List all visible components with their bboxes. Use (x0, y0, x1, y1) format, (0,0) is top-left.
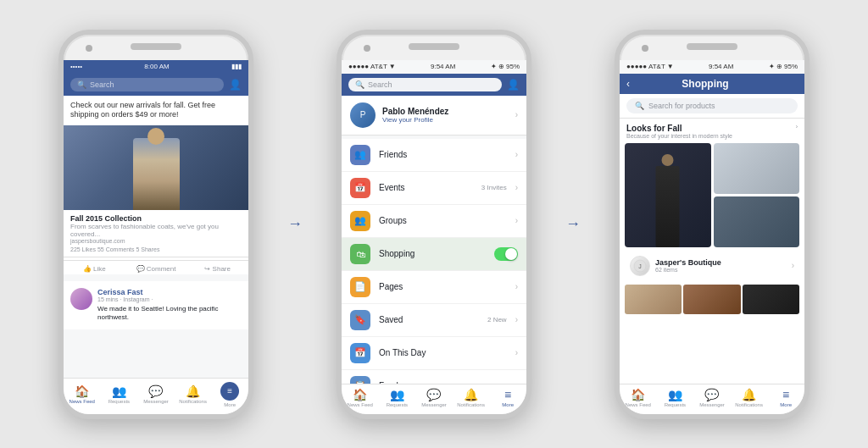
tab-messenger[interactable]: 💬 Messenger (415, 388, 453, 407)
menu-item-saved[interactable]: 🔖 Saved 2 New › (342, 304, 526, 337)
ad-image (64, 125, 248, 210)
ad-header-text: Check out our new arrivals for fall. Get… (64, 96, 248, 125)
status-icons: ✦ ⊕ 95% (769, 63, 798, 70)
chevron-icon: › (792, 261, 794, 270)
model-head (662, 154, 674, 166)
tab-more[interactable]: ≡ More (489, 388, 526, 407)
thumb-1[interactable] (625, 285, 682, 314)
product-main-image[interactable] (625, 143, 711, 247)
shop-search-bar[interactable]: 🔍 Search for products (626, 98, 798, 113)
tab-label: Messenger (421, 402, 447, 407)
friend-request-icon[interactable]: 👤 (507, 79, 520, 91)
tab-messenger[interactable]: 💬 Messenger (137, 384, 175, 404)
tab-notifications[interactable]: 🔔 Notifications (453, 388, 490, 407)
friend-request-icon[interactable]: 👤 (229, 79, 242, 91)
menu-item-shopping[interactable]: 🛍 Shopping (342, 238, 526, 271)
svg-text:J: J (638, 263, 642, 269)
see-more-link[interactable]: › (796, 124, 798, 130)
tab-requests-label: Requests (108, 399, 130, 404)
scene: ••••• 8:00 AM ▮▮▮ 🔍 Search 👤 Check out o… (58, 30, 810, 419)
carrier-info: ●●●●● AT&T ▼ (626, 63, 674, 70)
profile-subtitle: View your Profile (382, 116, 509, 124)
search-icon: 🔍 (355, 80, 364, 89)
thumb-3[interactable] (743, 285, 799, 314)
section-header: Looks for Fall Because of your interest … (625, 124, 799, 139)
back-button[interactable]: ‹ (626, 78, 630, 90)
tab-notifications[interactable]: 🔔 Notifications (731, 388, 768, 407)
product-top-right-image[interactable] (714, 143, 800, 194)
more-icon: ≡ (504, 388, 511, 401)
friends-label: Friends (379, 150, 507, 159)
shop-search-container: 🔍 Search for products (620, 94, 804, 119)
pages-icon: 📄 (350, 277, 370, 297)
saved-label: Saved (379, 315, 479, 324)
comment-button[interactable]: 💬 Comment (125, 263, 187, 274)
home-icon: 🏠 (353, 388, 367, 401)
search-icon: 🔍 (635, 102, 644, 110)
phone-2-search-bar[interactable]: 🔍 Search (348, 78, 502, 91)
tab-more-label: More (224, 402, 236, 407)
tab-messenger[interactable]: 💬 Messenger (693, 388, 731, 407)
ad-title: Fall 2015 Collection (70, 214, 242, 223)
phone-2-status-bar: ●●●●● AT&T ▼ 9:54 AM ✦ ⊕ 95% (342, 60, 526, 74)
ad-link[interactable]: jaspersboutique.com (70, 238, 242, 244)
battery-icon: ▮▮▮ (231, 63, 242, 70)
tab-more[interactable]: ≡ More (767, 388, 804, 407)
share-button[interactable]: ↪ Share (186, 263, 248, 274)
tab-newsfeed[interactable]: 🏠 News Feed (64, 384, 101, 404)
events-badge: 3 Invites (481, 184, 507, 191)
shopping-toggle[interactable] (494, 247, 518, 261)
time-display: 9:54 AM (431, 63, 455, 70)
saved-icon: 🔖 (350, 310, 370, 330)
phone-1-search-bar[interactable]: 🔍 Search (70, 78, 224, 91)
phone-1-feed: Check out our new arrivals for fall. Get… (64, 96, 248, 378)
post-author[interactable]: Cerissa Fast (97, 288, 242, 296)
phone-2-tab-bar: 🏠 News Feed 👥 Requests 💬 Messenger 🔔 Not… (342, 384, 526, 414)
search-icon: 🔍 (77, 80, 86, 89)
tab-newsfeed[interactable]: 🏠 News Feed (342, 388, 379, 407)
post-meta: 15 mins · Instagram · (97, 296, 242, 302)
tab-newsfeed[interactable]: 🏠 News Feed (620, 388, 657, 407)
profile-info: Pablo Menéndez View your Profile (382, 107, 509, 124)
tab-label: Notifications (735, 402, 763, 407)
arrow-1: → (287, 215, 303, 233)
chevron-icon: › (515, 183, 518, 192)
menu-item-feeds[interactable]: 📋 Feeds › (342, 370, 526, 384)
like-button[interactable]: 👍 Like (64, 263, 125, 274)
thumb-2[interactable] (683, 285, 740, 314)
phone-1-status-bar: ••••• 8:00 AM ▮▮▮ (64, 60, 248, 74)
requests-icon: 👥 (390, 388, 404, 401)
profile-row[interactable]: P Pablo Menéndez View your Profile › (342, 96, 526, 136)
section-title: Looks for Fall (626, 124, 732, 133)
menu-item-pages[interactable]: 📄 Pages › (342, 271, 526, 304)
onthisday-label: On This Day (379, 348, 507, 357)
post-info: Cerissa Fast 15 mins · Instagram · We ma… (97, 288, 242, 323)
phone-1-navbar: 🔍 Search 👤 (64, 74, 248, 96)
store-row[interactable]: J Jasper's Boutique 62 items › (625, 252, 799, 280)
notifications-icon: 🔔 (186, 384, 200, 398)
home-icon: 🏠 (75, 384, 89, 398)
tab-more[interactable]: ≡ More (211, 382, 248, 407)
tab-requests[interactable]: 👥 Requests (657, 388, 694, 407)
time-display: 9:54 AM (709, 63, 733, 70)
tab-label: More (780, 402, 792, 407)
messenger-icon: 💬 (704, 388, 719, 401)
phone-1-screen: ••••• 8:00 AM ▮▮▮ 🔍 Search 👤 Check out o… (64, 60, 248, 414)
menu-item-events[interactable]: 📅 Events 3 Invites › (342, 172, 526, 205)
store-name: Jasper's Boutique (655, 258, 787, 267)
menu-item-friends[interactable]: 👥 Friends › (342, 139, 526, 172)
menu-item-onthisday[interactable]: 📅 On This Day › (342, 337, 526, 370)
phone-3-navbar: ‹ Shopping (620, 74, 804, 94)
phone-2-menu-content: P Pablo Menéndez View your Profile › 👥 F… (342, 96, 526, 384)
product-grid (625, 143, 799, 247)
tab-requests[interactable]: 👥 Requests (379, 388, 416, 407)
tab-requests[interactable]: 👥 Requests (101, 384, 138, 404)
product-bottom-right-image[interactable] (714, 196, 800, 247)
post-text: We made it to Seattle! Loving the pacifi… (97, 305, 242, 323)
tab-notifications[interactable]: 🔔 Notifications (175, 384, 212, 404)
menu-item-groups[interactable]: 👥 Groups › (342, 205, 526, 238)
events-label: Events (379, 183, 473, 192)
phone-3-status-bar: ●●●●● AT&T ▼ 9:54 AM ✦ ⊕ 95% (620, 60, 804, 74)
onthisday-icon: 📅 (350, 343, 370, 363)
ad-stats: 225 Likes 55 Comments 5 Shares (70, 246, 242, 252)
